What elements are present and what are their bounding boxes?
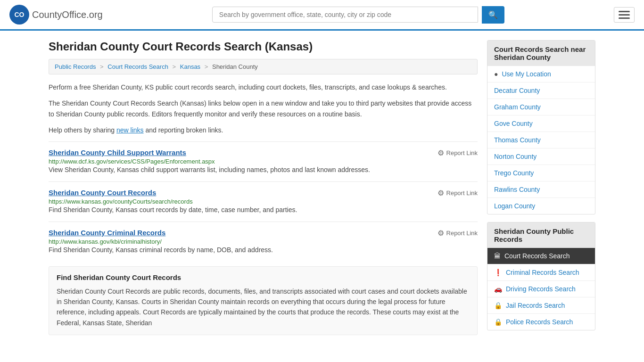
report-link-1[interactable]: ⚙ Report Link — [438, 189, 478, 197]
pr-icon-3: 🔒 — [494, 302, 502, 309]
record-url-1[interactable]: https://www.kansas.gov/countyCourts/sear… — [49, 198, 193, 205]
record-title-2[interactable]: Sheridan County Criminal Records — [49, 229, 165, 237]
pr-label-4: Police Records Search — [506, 318, 573, 326]
svg-text:CO: CO — [15, 11, 25, 18]
nearby-county-2[interactable]: Gove County — [487, 115, 595, 132]
nearby-county-1[interactable]: Graham County — [487, 99, 595, 115]
use-my-location-label: Use My Location — [502, 70, 551, 78]
nearby-county-link-7[interactable]: Logan County — [487, 198, 595, 214]
record-title-1[interactable]: Sheridan County Court Records — [49, 189, 156, 197]
nearby-county-3[interactable]: Thomas County — [487, 132, 595, 148]
pr-link-0[interactable]: 🏛 Court Records Search — [487, 248, 595, 264]
page-title: Sheridan County Court Records Search (Ka… — [49, 40, 478, 53]
public-records-header: Sheridan County Public Records — [487, 222, 595, 248]
nearby-county-link-0[interactable]: Decatur County — [487, 82, 595, 99]
logo-icon: CO — [9, 5, 29, 25]
pr-icon-4: 🔒 — [494, 318, 502, 326]
record-entry-0: Sheridan County Child Support Warrants ⚙… — [49, 141, 478, 181]
nearby-county-link-3[interactable]: Thomas County — [487, 132, 595, 148]
pr-label-0: Court Records Search — [504, 252, 570, 260]
public-records-section: Sheridan County Public Records 🏛 Court R… — [487, 222, 595, 330]
find-section-text: Sheridan County Court Records are public… — [57, 286, 470, 329]
pr-link-4[interactable]: 🔒 Police Records Search — [487, 314, 595, 330]
logo-suffix: .org — [86, 9, 102, 20]
hamburger-menu-button[interactable] — [614, 7, 635, 23]
use-my-location-link[interactable]: ● Use My Location — [487, 66, 595, 82]
pr-item-1[interactable]: ❗ Criminal Records Search — [487, 264, 595, 280]
header: CO CountyOffice.org 🔍 — [0, 0, 644, 31]
pr-link-1[interactable]: ❗ Criminal Records Search — [487, 264, 595, 280]
search-icon: 🔍 — [488, 11, 498, 19]
logo-name: CountyOffice — [32, 9, 86, 20]
nearby-section-header: Court Records Search near Sheridan Count… — [487, 41, 595, 66]
pr-item-4[interactable]: 🔒 Police Records Search — [487, 313, 595, 330]
pr-link-3[interactable]: 🔒 Jail Records Search — [487, 297, 595, 313]
new-links-link[interactable]: new links — [116, 126, 144, 134]
search-button[interactable]: 🔍 — [482, 6, 504, 24]
desc-para-2: The Sheridan County Court Records Search… — [49, 98, 478, 119]
desc-post-text: and reporting broken links. — [144, 126, 223, 134]
nearby-county-link-1[interactable]: Graham County — [487, 99, 595, 115]
pr-item-3[interactable]: 🔒 Jail Records Search — [487, 297, 595, 313]
nearby-county-4[interactable]: Norton County — [487, 148, 595, 165]
report-label-2: Report Link — [446, 230, 478, 237]
breadcrumb-sep-3: > — [205, 63, 208, 70]
menu-bar-2 — [619, 14, 630, 16]
logo-text: CountyOffice.org — [32, 9, 103, 20]
record-desc-2: Find Sheridan County, Kansas criminal re… — [49, 245, 478, 255]
logo-area: CO CountyOffice.org — [9, 5, 103, 25]
pr-icon-1: ❗ — [494, 269, 502, 276]
desc-pre-text: Help others by sharing — [49, 126, 116, 134]
record-title-0[interactable]: Sheridan County Child Support Warrants — [49, 148, 186, 156]
use-my-location-item[interactable]: ● Use My Location — [487, 66, 595, 82]
public-records-list: 🏛 Court Records Search ❗ Criminal Record… — [487, 248, 595, 330]
nearby-county-0[interactable]: Decatur County — [487, 82, 595, 99]
record-url-2[interactable]: http://www.kansas.gov/kbi/criminalhistor… — [49, 238, 162, 245]
record-header-2: Sheridan County Criminal Records ⚙ Repor… — [49, 229, 478, 238]
pr-label-3: Jail Records Search — [506, 302, 565, 309]
pr-icon-0: 🏛 — [494, 252, 501, 260]
nearby-county-link-6[interactable]: Rawlins County — [487, 181, 595, 197]
search-area: 🔍 — [212, 6, 504, 24]
find-section-title: Find Sheridan County Court Records — [57, 273, 470, 281]
nearby-section: Court Records Search near Sheridan Count… — [487, 40, 595, 214]
pr-item-0[interactable]: 🏛 Court Records Search — [487, 248, 595, 264]
breadcrumb-kansas[interactable]: Kansas — [180, 63, 200, 70]
report-link-0[interactable]: ⚙ Report Link — [438, 148, 478, 157]
record-entry-1: Sheridan County Court Records ⚙ Report L… — [49, 181, 478, 222]
nearby-county-5[interactable]: Trego County — [487, 165, 595, 181]
menu-bar-3 — [619, 17, 630, 19]
search-input[interactable] — [212, 7, 478, 23]
pr-link-2[interactable]: 🚗 Driving Records Search — [487, 281, 595, 297]
nearby-county-7[interactable]: Logan County — [487, 197, 595, 214]
record-desc-1: Find Sheridan County, Kansas court recor… — [49, 205, 478, 215]
breadcrumb-current: Sheridan County — [212, 63, 258, 70]
nearby-county-link-4[interactable]: Norton County — [487, 148, 595, 165]
main-container: Sheridan County Court Records Search (Ka… — [39, 31, 605, 347]
menu-bar-1 — [619, 11, 630, 12]
sidebar: Court Records Search near Sheridan Count… — [487, 40, 595, 338]
pr-label-2: Driving Records Search — [506, 285, 576, 293]
record-header-0: Sheridan County Child Support Warrants ⚙… — [49, 148, 478, 157]
record-desc-0: View Sheridan County, Kansas child suppo… — [49, 165, 478, 175]
report-icon-0: ⚙ — [438, 148, 444, 157]
breadcrumb-public-records[interactable]: Public Records — [55, 63, 96, 70]
nearby-county-link-2[interactable]: Gove County — [487, 115, 595, 132]
breadcrumb-court-records[interactable]: Court Records Search — [107, 63, 168, 70]
nearby-county-list: ● Use My Location Decatur CountyGraham C… — [487, 66, 595, 214]
main-content: Sheridan County Court Records Search (Ka… — [49, 40, 478, 338]
nearby-county-6[interactable]: Rawlins County — [487, 181, 595, 197]
breadcrumb-sep-1: > — [100, 63, 104, 70]
pr-label-1: Criminal Records Search — [506, 269, 579, 276]
record-entry-2: Sheridan County Criminal Records ⚙ Repor… — [49, 222, 478, 262]
desc-para-1: Perform a free Sheridan County, KS publi… — [49, 82, 478, 92]
report-link-2[interactable]: ⚙ Report Link — [438, 229, 478, 238]
desc-para-3: Help others by sharing new links and rep… — [49, 125, 478, 135]
report-icon-1: ⚙ — [438, 189, 444, 197]
breadcrumb-sep-2: > — [173, 63, 176, 70]
location-icon: ● — [494, 70, 498, 78]
pr-icon-2: 🚗 — [494, 285, 502, 293]
nearby-county-link-5[interactable]: Trego County — [487, 165, 595, 181]
pr-item-2[interactable]: 🚗 Driving Records Search — [487, 280, 595, 297]
record-url-0[interactable]: http://www.dcf.ks.gov/services/CSS/Pages… — [49, 158, 215, 165]
